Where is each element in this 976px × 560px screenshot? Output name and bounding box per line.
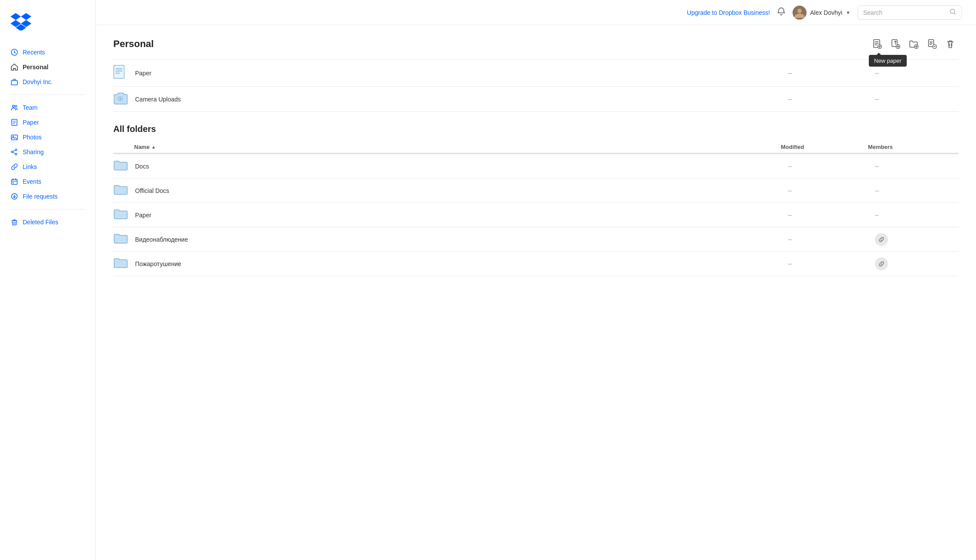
briefcase-icon [10,78,18,86]
nav-divider-1 [10,94,85,95]
svg-rect-10 [12,179,17,185]
table-row[interactable]: Paper -- -- [113,60,959,87]
logo-area [0,9,95,45]
svg-rect-5 [11,135,17,140]
table-row[interactable]: Пожаротушение -- [113,252,959,276]
new-paper-wrapper: New paper [869,36,885,52]
sidebar-item-file-requests[interactable]: File requests [5,189,90,204]
team-icon [10,104,18,111]
sidebar-nav: Recents Personal Dovhyi Inc. [0,45,95,229]
link-badge [875,233,888,246]
personal-title: Personal [113,38,154,50]
svg-point-3 [15,105,17,107]
new-paper-button[interactable] [869,36,885,52]
content-area: Personal New paper [96,25,976,560]
toolbar: New paper [869,36,959,52]
new-paper-tooltip: New paper [869,55,907,67]
sidebar-item-events[interactable]: Events [5,174,90,189]
folder-icon [113,159,128,172]
sidebar-item-personal[interactable]: Personal [5,60,90,74]
user-area[interactable]: Alex Dovhyi ▼ [793,6,851,20]
delete-button[interactable] [942,36,959,52]
upgrade-link[interactable]: Upgrade to Dropbox Business! [687,9,770,16]
svg-point-7 [15,149,17,151]
nav-divider-2 [10,209,85,209]
notifications-button[interactable] [777,7,786,18]
column-header-members[interactable]: Members [868,144,955,150]
svg-point-9 [11,151,13,153]
table-row[interactable]: Camera Uploads -- -- [113,87,959,112]
sidebar-item-sharing[interactable]: Sharing [5,145,90,159]
upload-files-button[interactable] [887,36,904,52]
top-bar: Upgrade to Dropbox Business! Alex Dovhyi… [96,0,976,25]
paper-doc-icon [113,65,126,80]
table-row[interactable]: Official Docs -- -- [113,179,959,203]
trash-icon [10,218,18,226]
dropbox-logo [10,13,31,30]
table-row[interactable]: Paper -- -- [113,203,959,227]
sidebar-item-dovhyi-inc[interactable]: Dovhyi Inc. [5,74,90,89]
svg-point-14 [797,9,802,13]
links-icon [10,163,18,171]
folder-icon [113,184,128,196]
folder-icon [113,233,128,245]
sidebar: Recents Personal Dovhyi Inc. [0,0,96,560]
photos-icon [10,133,18,141]
all-folders-title: All folders [113,124,959,134]
user-name: Alex Dovhyi [810,9,842,16]
sharing-icon [10,148,18,156]
search-box [857,5,962,20]
user-menu-chevron-icon: ▼ [846,10,851,15]
sidebar-item-team[interactable]: Team [5,100,90,115]
app-container: Recents Personal Dovhyi Inc. [0,0,976,560]
table-row[interactable]: Docs -- -- [113,154,959,179]
sidebar-item-links[interactable]: Links [5,159,90,174]
svg-point-2 [13,105,15,108]
main-content: Upgrade to Dropbox Business! Alex Dovhyi… [96,0,976,560]
svg-rect-25 [115,71,122,71]
svg-rect-23 [114,65,124,78]
personal-folders-table: Paper -- -- Camera U [113,59,959,112]
folder-icon [113,208,128,220]
paper-icon [10,118,18,126]
table-row[interactable]: Видеонаблюдение -- [113,227,959,252]
sidebar-item-deleted-files[interactable]: Deleted Files [5,215,90,229]
svg-rect-11 [13,182,14,184]
sidebar-item-recents[interactable]: Recents [5,45,90,60]
all-folders-table: Docs -- -- Official Docs -- -- [113,154,959,276]
column-header-name[interactable]: Name ▲ [134,144,781,150]
clock-icon [10,48,18,56]
camera-folder-icon [113,92,128,105]
events-icon [10,178,18,186]
search-input[interactable] [863,9,946,16]
personal-section-header: Personal New paper [113,36,959,52]
file-requests-icon [10,192,18,200]
home-icon [10,63,18,71]
search-icon [949,8,956,17]
svg-point-8 [15,153,17,155]
table-header: Name ▲ Modified Members [113,141,959,154]
svg-point-28 [119,98,122,100]
sort-arrow-icon: ▲ [151,145,156,149]
new-folder-button[interactable] [905,36,922,52]
svg-rect-1 [11,81,17,85]
column-header-modified[interactable]: Modified [781,144,868,150]
folder-icon [113,257,128,269]
link-badge [875,257,888,270]
svg-rect-26 [115,73,120,74]
user-avatar [793,6,807,20]
svg-rect-24 [115,68,122,69]
sidebar-item-paper[interactable]: Paper [5,115,90,130]
sidebar-item-photos[interactable]: Photos [5,130,90,145]
create-doc-button[interactable] [924,36,940,52]
